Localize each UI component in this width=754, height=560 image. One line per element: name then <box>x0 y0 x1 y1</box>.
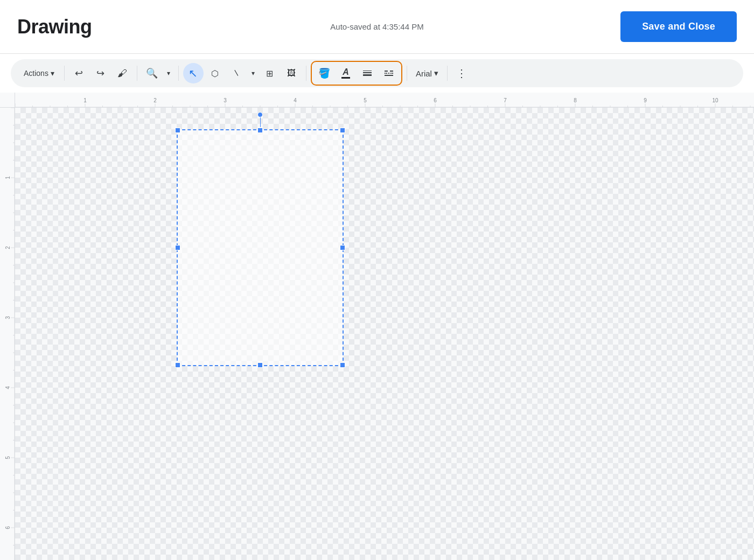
toolbar-wrapper: Actions ▾ ↩ ↪ 🖌 🔍 ▾ ↖ ⬡ <box>0 54 754 93</box>
undo-icon: ↩ <box>75 67 83 79</box>
save-close-button[interactable]: Save and Close <box>620 11 737 42</box>
handle-middle-right[interactable] <box>340 245 345 250</box>
line-icon: / <box>232 69 241 78</box>
select-button[interactable]: ↖ <box>183 63 204 83</box>
select-cursor-icon: ↖ <box>188 67 198 80</box>
line-weight-icon <box>363 71 372 76</box>
font-arrow-icon: ▾ <box>434 68 438 78</box>
paint-format-button[interactable]: 🖌 <box>112 63 132 83</box>
page-title: Drawing <box>17 16 92 38</box>
divider-2 <box>137 66 137 81</box>
handle-bottom-left[interactable] <box>175 362 180 368</box>
zoom-button[interactable]: 🔍 <box>142 63 162 83</box>
zoom-arrow-icon: ▾ <box>167 69 170 77</box>
toolbar: Actions ▾ ↩ ↪ 🖌 🔍 ▾ ↖ ⬡ <box>11 59 743 87</box>
rotation-line <box>260 117 261 127</box>
actions-menu-button[interactable]: Actions ▾ <box>18 63 60 83</box>
selection-box[interactable] <box>177 129 344 366</box>
image-icon: 🖼 <box>287 68 296 78</box>
actions-label: Actions <box>24 69 48 78</box>
font-select-button[interactable]: Arial ▾ <box>411 66 443 80</box>
line-arrow-icon: ▾ <box>252 69 255 77</box>
fill-color-button[interactable]: 🪣 <box>314 63 334 83</box>
rotation-handle[interactable] <box>257 112 263 117</box>
fill-color-icon: 🪣 <box>318 67 330 79</box>
divider-1 <box>64 66 65 81</box>
handle-bottom-right[interactable] <box>340 362 345 368</box>
handle-bottom-center[interactable] <box>257 362 263 368</box>
redo-icon: ↪ <box>96 67 104 79</box>
divider-4 <box>306 66 306 81</box>
canvas-background <box>15 108 754 560</box>
line-dash-button[interactable] <box>379 63 399 83</box>
line-button[interactable]: / <box>226 63 247 83</box>
line-color-icon: A <box>341 68 350 79</box>
line-dash-icon <box>385 71 393 76</box>
divider-3 <box>178 66 179 81</box>
format-group-highlighted: 🪣 A <box>311 61 402 86</box>
redo-button[interactable]: ↪ <box>90 63 111 83</box>
more-options-icon: ⋮ <box>456 67 467 80</box>
ruler-corner <box>0 93 15 107</box>
word-art-button[interactable]: ⊞ <box>260 63 280 83</box>
word-art-icon: ⊞ <box>266 68 273 79</box>
ruler-h-ticks <box>15 93 754 107</box>
shape-icon: ⬡ <box>211 68 219 79</box>
handle-middle-left[interactable] <box>175 245 180 250</box>
more-options-button[interactable]: ⋮ <box>452 63 472 83</box>
line-weight-button[interactable] <box>357 63 378 83</box>
handle-top-center[interactable] <box>257 128 263 133</box>
autosave-status: Auto-saved at 4:35:44 PM <box>330 22 423 31</box>
font-name-label: Arial <box>416 69 432 78</box>
line-color-button[interactable]: A <box>336 63 356 83</box>
divider-6 <box>447 66 448 81</box>
undo-button[interactable]: ↩ <box>69 63 89 83</box>
divider-5 <box>407 66 407 81</box>
zoom-icon: 🔍 <box>146 67 158 79</box>
paint-format-icon: 🖌 <box>117 68 127 79</box>
shape-button[interactable]: ⬡ <box>205 63 225 83</box>
zoom-arrow-button[interactable]: ▾ <box>163 63 174 83</box>
handle-top-right[interactable] <box>340 128 345 133</box>
horizontal-ruler <box>0 93 754 108</box>
line-arrow-button[interactable]: ▾ <box>248 63 259 83</box>
image-button[interactable]: 🖼 <box>281 63 302 83</box>
drawing-surface[interactable] <box>15 108 754 560</box>
selection-box-container <box>177 129 344 366</box>
actions-arrow-icon: ▾ <box>51 69 54 78</box>
handle-top-left[interactable] <box>175 128 180 133</box>
vertical-ruler <box>0 108 15 560</box>
header: Drawing Auto-saved at 4:35:44 PM Save an… <box>0 0 754 54</box>
